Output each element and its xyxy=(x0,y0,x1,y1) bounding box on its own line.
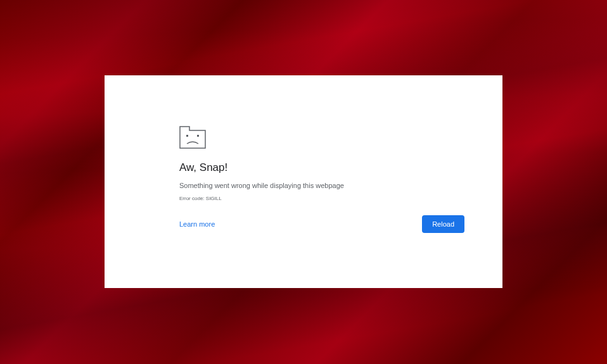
error-code: Error code: SIGILL xyxy=(179,196,464,201)
svg-rect-1 xyxy=(197,135,199,137)
error-panel: Aw, Snap! Something went wrong while dis… xyxy=(105,75,502,288)
error-content: Aw, Snap! Something went wrong while dis… xyxy=(179,126,464,233)
svg-rect-0 xyxy=(186,135,188,137)
error-title: Aw, Snap! xyxy=(179,161,464,174)
actions-row: Learn more Reload xyxy=(179,215,464,233)
learn-more-link[interactable]: Learn more xyxy=(179,220,215,228)
error-subtitle: Something went wrong while displaying th… xyxy=(179,182,464,189)
sad-folder-icon xyxy=(179,126,206,149)
reload-button[interactable]: Reload xyxy=(422,215,464,233)
